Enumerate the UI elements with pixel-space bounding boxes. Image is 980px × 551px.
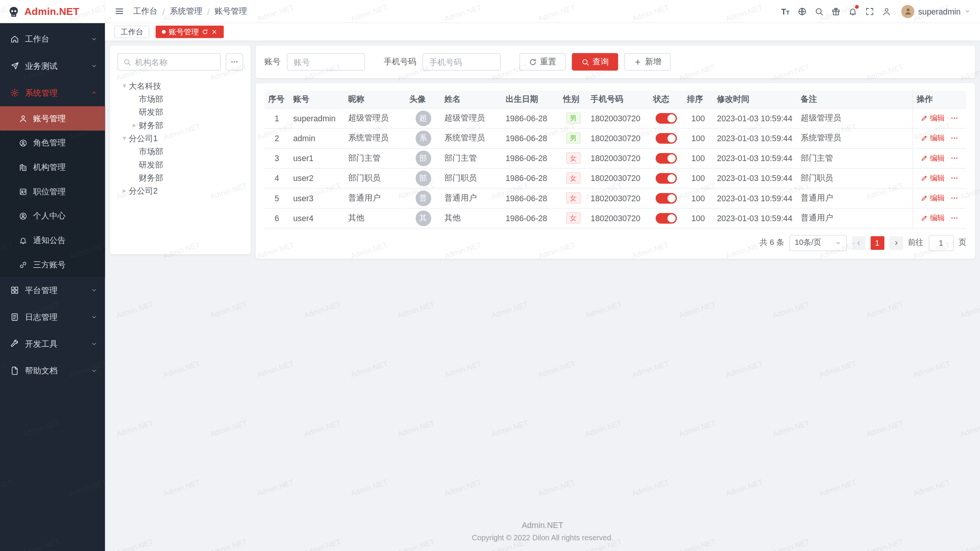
sidebar-item-platform[interactable]: 平台管理 <box>0 277 105 303</box>
user-icon[interactable] <box>878 3 895 20</box>
sidebar-item-docs[interactable]: 帮助文档 <box>0 357 105 384</box>
sidebar-item-devtools[interactable]: 开发工具 <box>0 331 105 357</box>
brand[interactable]: Admin.NET <box>0 0 105 23</box>
next-page-button[interactable] <box>889 236 903 249</box>
cell-avatar: 部 <box>406 168 441 188</box>
cell-phone: 18020030720 <box>587 208 649 228</box>
column-header: 头像 <box>406 91 441 108</box>
row-more-button[interactable] <box>950 214 959 222</box>
tree-node[interactable]: 研发部 <box>118 158 243 171</box>
goto-page-input[interactable] <box>928 235 953 251</box>
edit-button[interactable]: 编辑 <box>920 113 945 124</box>
sidebar-item-system[interactable]: 系统管理 <box>0 79 105 106</box>
row-more-button[interactable] <box>950 194 959 202</box>
edit-button[interactable]: 编辑 <box>920 173 945 183</box>
cell-nickname: 部门职员 <box>345 168 406 188</box>
tree-node[interactable]: 市场部 <box>118 93 243 106</box>
edit-button[interactable]: 编辑 <box>920 133 945 143</box>
gender-badge: 女 <box>566 173 580 184</box>
cell-birthdate: 1986-06-28 <box>502 188 559 208</box>
caret-right-icon[interactable]: ▸ <box>130 121 139 129</box>
sidebar-item-business-test[interactable]: 业务测试 <box>0 52 105 79</box>
status-toggle[interactable] <box>656 173 677 183</box>
cell-account: user2 <box>289 168 345 188</box>
gender-badge: 男 <box>566 112 580 124</box>
caret-down-icon[interactable]: ▾ <box>120 134 129 142</box>
sidebar-subitem-position[interactable]: 职位管理 <box>0 179 105 204</box>
sidebar-subitem-org[interactable]: 机构管理 <box>0 155 105 179</box>
tab-workbench[interactable]: 工作台 <box>114 26 149 38</box>
tree-node[interactable]: ▸分公司2 <box>118 184 243 197</box>
status-toggle[interactable] <box>656 213 677 223</box>
tree-node[interactable]: ▾分公司1 <box>118 132 243 145</box>
row-more-button[interactable] <box>950 154 959 163</box>
status-toggle[interactable] <box>656 133 677 143</box>
breadcrumb-separator: / <box>162 7 165 16</box>
prev-page-button[interactable] <box>851 236 865 249</box>
reset-button[interactable]: 重置 <box>519 53 566 71</box>
sidebar-subitem-label: 职位管理 <box>33 186 98 197</box>
sidebar-subitem-notice[interactable]: 通知公告 <box>0 228 105 253</box>
breadcrumb-item[interactable]: 账号管理 <box>214 6 247 17</box>
column-header: 操作 <box>913 91 966 108</box>
edit-button[interactable]: 编辑 <box>920 213 945 223</box>
cell-actions: 编辑 <box>913 128 966 148</box>
sidebar-item-log[interactable]: 日志管理 <box>0 303 105 330</box>
search-icon[interactable] <box>811 3 828 20</box>
tree-node[interactable]: 财务部 <box>118 171 243 184</box>
row-more-button[interactable] <box>950 114 959 122</box>
row-more-button[interactable] <box>950 134 959 142</box>
tree-node[interactable]: ▸财务部 <box>118 119 243 132</box>
cell-name: 其他 <box>441 208 502 228</box>
status-toggle[interactable] <box>656 113 677 124</box>
page-size-select[interactable]: 10条/页 <box>789 235 846 251</box>
column-header: 性别 <box>559 91 587 108</box>
home-icon <box>10 34 19 44</box>
search-button[interactable]: 查询 <box>572 53 618 71</box>
phone-input[interactable] <box>423 53 501 71</box>
cell-gender: 女 <box>559 188 587 208</box>
locale-icon[interactable] <box>794 3 811 20</box>
sidebar-subitem-account[interactable]: 账号管理 <box>0 106 105 131</box>
page-1-button[interactable]: 1 <box>870 236 884 249</box>
tree-node[interactable]: 研发部 <box>118 106 243 119</box>
sidebar-subitem-profile[interactable]: 个人中心 <box>0 204 105 228</box>
caret-down-icon[interactable]: ▾ <box>120 82 129 90</box>
gear-icon <box>10 88 19 97</box>
close-tab-icon[interactable] <box>211 29 217 35</box>
sidebar-item-workbench[interactable]: 工作台 <box>0 26 105 52</box>
font-size-icon[interactable]: TT <box>777 3 794 20</box>
menu-collapse-icon[interactable] <box>114 6 124 16</box>
user-menu[interactable]: superadmin <box>901 5 970 18</box>
cell-sort: 100 <box>683 108 713 128</box>
breadcrumb-item[interactable]: 工作台 <box>133 6 158 17</box>
sidebar-subitem-role[interactable]: 角色管理 <box>0 130 105 155</box>
breadcrumb-item[interactable]: 系统管理 <box>170 6 202 17</box>
refresh-tab-icon[interactable] <box>202 29 208 35</box>
org-search-input[interactable] <box>135 57 215 66</box>
cell-phone: 18020030720 <box>587 148 649 168</box>
edit-button[interactable]: 编辑 <box>920 153 945 163</box>
add-button[interactable]: 新增 <box>624 53 671 71</box>
fullscreen-icon[interactable] <box>861 3 878 20</box>
caret-right-icon[interactable]: ▸ <box>120 187 129 195</box>
tool-icon <box>10 339 19 349</box>
org-more-button[interactable] <box>225 53 243 71</box>
sidebar-subitem-third[interactable]: 三方账号 <box>0 253 105 277</box>
row-more-button[interactable] <box>950 174 959 183</box>
status-toggle[interactable] <box>656 193 677 204</box>
edit-button[interactable]: 编辑 <box>920 193 945 204</box>
bell-icon[interactable] <box>844 3 861 20</box>
topbar-actions: TT superadmin <box>777 3 970 20</box>
username: superadmin <box>918 7 960 16</box>
cell-index: 6 <box>265 208 289 228</box>
gift-icon[interactable] <box>828 3 844 20</box>
tree-node[interactable]: ▾大名科技 <box>118 79 243 92</box>
tree-node[interactable]: 市场部 <box>118 145 243 158</box>
refresh-icon <box>529 58 537 66</box>
notification-badge <box>855 5 859 8</box>
cell-birthdate: 1986-06-28 <box>502 108 559 128</box>
tab-account[interactable]: 账号管理 <box>156 26 224 38</box>
status-toggle[interactable] <box>656 153 677 163</box>
account-input[interactable] <box>287 53 365 71</box>
